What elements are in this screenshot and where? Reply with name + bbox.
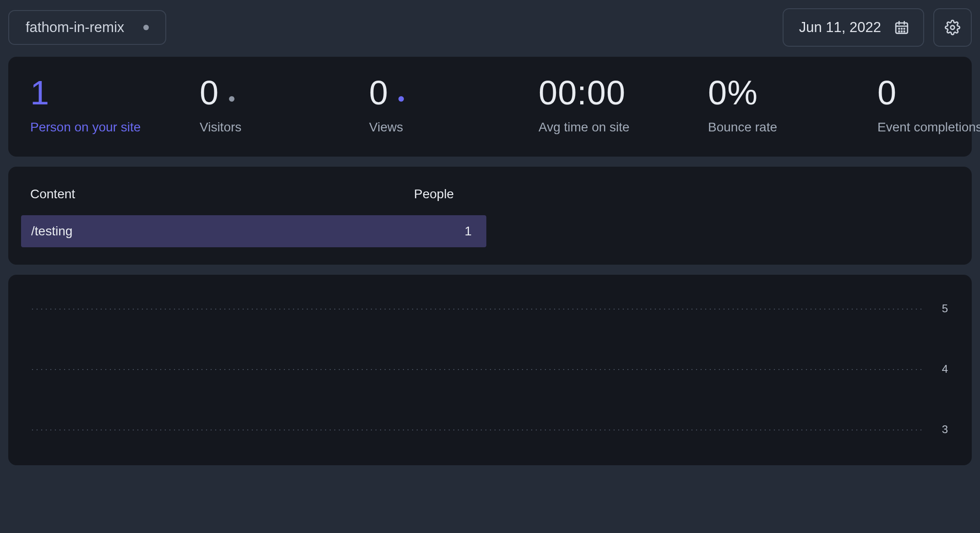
chart-panel: 543 [8,275,972,465]
svg-point-10 [951,26,955,30]
topbar: fathom-in-remix Jun 11, 2022 [8,8,972,47]
stat-label: Views [369,120,506,135]
stat-value: 1 [30,76,49,110]
trend-dot-icon [398,96,404,102]
chart-gridline [30,309,922,310]
stat-label: Person on your site [30,120,168,135]
calendar-icon [894,20,909,35]
stat-avg-time[interactable]: 00:00 Avg time on site [539,76,676,135]
gear-icon [945,20,960,35]
settings-button[interactable] [933,8,972,47]
stat-value: 00:00 [539,76,626,110]
chart-gridline [30,430,922,430]
stat-person-on-site[interactable]: 1 Person on your site [30,76,168,135]
stat-label: Avg time on site [539,120,676,135]
stat-visitors[interactable]: 0 Visitors [200,76,337,135]
site-selector[interactable]: fathom-in-remix [8,10,166,45]
stat-value: 0 [200,76,219,110]
date-picker[interactable]: Jun 11, 2022 [783,8,924,47]
chart-y-tick-label: 5 [942,302,948,315]
svg-point-6 [904,28,905,29]
stats-panel: 1 Person on your site 0 Visitors 0 Views… [8,57,972,157]
row-path: /testing [21,224,464,239]
content-table-body: /testing1 [8,215,972,247]
date-picker-label: Jun 11, 2022 [799,19,881,36]
content-col-header: Content [30,187,414,201]
stat-label: Bounce rate [708,120,845,135]
content-table-header: Content People [8,167,972,215]
row-people-count: 1 [464,224,486,239]
stat-value: 0 [369,76,388,110]
svg-point-7 [898,31,899,32]
content-panel: Content People /testing1 [8,167,972,265]
stat-label: Visitors [200,120,337,135]
chart-y-tick-label: 3 [942,423,948,436]
svg-point-9 [904,31,905,32]
chart-area[interactable]: 543 [30,298,950,465]
stat-event-completions[interactable]: 0 Event completions [877,76,980,135]
svg-point-5 [901,28,902,29]
trend-dot-icon [229,96,234,102]
stat-label: Event completions [877,120,980,135]
chart-y-tick-label: 4 [942,363,948,375]
site-selector-label: fathom-in-remix [26,19,124,36]
topbar-right: Jun 11, 2022 [783,8,972,47]
people-col-header: People [414,187,478,201]
table-row[interactable]: /testing1 [21,215,486,247]
chart-gridline [30,369,922,370]
svg-point-8 [901,31,902,32]
stat-views[interactable]: 0 Views [369,76,506,135]
svg-point-4 [898,28,899,29]
stat-value: 0% [708,76,758,110]
stat-value: 0 [877,76,897,110]
stat-bounce-rate[interactable]: 0% Bounce rate [708,76,845,135]
site-selector-status-dot [143,25,149,30]
